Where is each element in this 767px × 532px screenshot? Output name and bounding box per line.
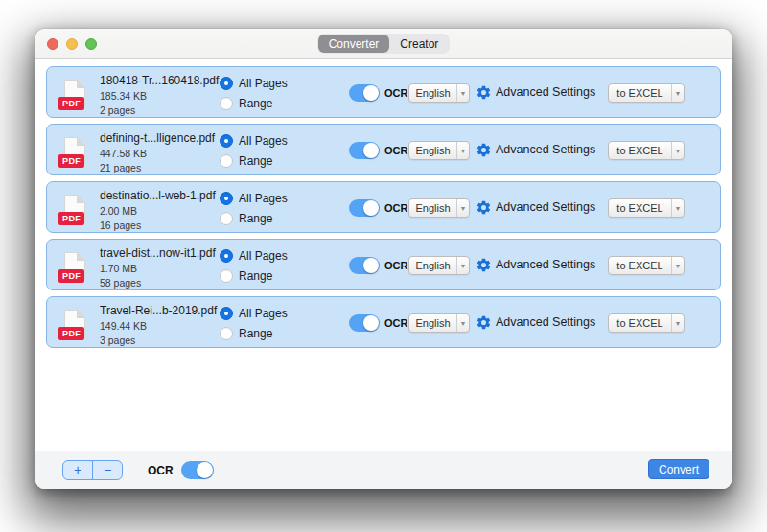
language-value: English (409, 142, 456, 159)
range-radio[interactable]: Range (220, 153, 288, 168)
ocr-toggle[interactable] (349, 84, 380, 102)
chevron-down-icon: ▼ (456, 314, 469, 332)
range-radio[interactable]: Range (220, 326, 288, 340)
ocr-toggle[interactable] (349, 142, 380, 159)
language-value: English (409, 84, 456, 102)
add-file-button[interactable]: + (63, 461, 92, 479)
pdf-badge: PDF (58, 327, 84, 340)
chevron-down-icon: ▼ (671, 199, 684, 217)
all-pages-radio[interactable]: All Pages (220, 191, 288, 205)
gear-icon[interactable] (476, 84, 492, 101)
file-pages: 3 pages (100, 334, 215, 347)
file-info: 180418-Tr...160418.pdf 185.34 KB 2 pages (100, 73, 215, 117)
range-label: Range (239, 212, 272, 225)
language-select[interactable]: English ▼ (408, 313, 470, 333)
language-value: English (409, 257, 456, 274)
ocr-toggle[interactable] (349, 257, 380, 274)
language-select[interactable]: English ▼ (408, 198, 470, 218)
ocr-label: OCR (384, 145, 407, 156)
all-pages-label: All Pages (239, 249, 288, 263)
pdf-fold-corner (77, 137, 85, 146)
pdf-file-icon: PDF (58, 252, 93, 285)
file-info: defining-t...lligence.pdf 447.58 KB 21 p… (100, 130, 215, 174)
convert-button[interactable]: Convert (648, 459, 709, 479)
output-format-select[interactable]: to EXCEL ▼ (608, 256, 685, 275)
ocr-label: OCR (384, 202, 407, 214)
language-value: English (409, 314, 456, 332)
page-mode-group: All Pages Range (220, 76, 288, 110)
pdf-fold-corner (77, 252, 85, 261)
radio-unselected-icon[interactable] (220, 269, 233, 283)
advanced-settings-label[interactable]: Advanced Settings (496, 315, 595, 329)
file-info: travel-dist...now-it1.pdf 1.70 MB 58 pag… (100, 245, 215, 289)
pdf-file-icon: PDF (58, 137, 93, 170)
output-format-select[interactable]: to EXCEL ▼ (608, 141, 685, 160)
chevron-down-icon: ▼ (671, 257, 684, 274)
radio-selected-icon[interactable] (220, 77, 233, 90)
all-pages-radio[interactable]: All Pages (220, 76, 288, 90)
radio-unselected-icon[interactable] (220, 327, 233, 340)
output-format-select[interactable]: to EXCEL ▼ (608, 198, 685, 218)
ocr-toggle[interactable] (349, 199, 380, 217)
range-radio[interactable]: Range (220, 211, 288, 225)
file-name: defining-t...lligence.pdf (100, 130, 215, 146)
toggle-knob (197, 462, 213, 478)
gear-icon[interactable] (476, 199, 492, 216)
radio-selected-icon[interactable] (220, 192, 233, 205)
radio-selected-icon[interactable] (220, 134, 233, 148)
gear-icon[interactable] (476, 314, 492, 331)
tab-creator[interactable]: Creator (389, 35, 449, 53)
radio-selected-icon[interactable] (220, 307, 233, 320)
title-bar: Converter Creator (35, 29, 732, 59)
gear-icon[interactable] (476, 257, 492, 273)
all-pages-radio[interactable]: All Pages (220, 306, 288, 320)
output-format-value: to EXCEL (609, 257, 671, 274)
minimize-button[interactable] (66, 38, 78, 50)
chevron-down-icon: ▼ (671, 314, 684, 332)
pdf-badge: PDF (58, 154, 84, 168)
advanced-settings-label[interactable]: Advanced Settings (496, 258, 595, 271)
radio-selected-icon[interactable] (220, 249, 233, 263)
all-pages-label: All Pages (239, 77, 288, 90)
file-pages: 21 pages (100, 161, 215, 174)
global-ocr-label: OCR (148, 464, 174, 477)
file-list-area: PDF 180418-Tr...160418.pdf 185.34 KB 2 p… (35, 59, 732, 451)
ocr-label: OCR (384, 317, 407, 329)
file-info: destinatio...l-web-1.pdf 2.00 MB 16 page… (100, 188, 215, 232)
range-radio[interactable]: Range (220, 268, 288, 283)
output-format-value: to EXCEL (609, 199, 671, 217)
radio-unselected-icon[interactable] (220, 212, 233, 225)
ocr-toggle[interactable] (349, 314, 380, 332)
language-select[interactable]: English ▼ (408, 83, 470, 103)
file-list: PDF 180418-Tr...160418.pdf 185.34 KB 2 p… (35, 59, 732, 348)
pdf-fold-corner (77, 195, 85, 203)
toggle-knob (363, 258, 379, 273)
advanced-settings-label[interactable]: Advanced Settings (496, 200, 595, 214)
all-pages-radio[interactable]: All Pages (220, 248, 288, 263)
advanced-settings-label[interactable]: Advanced Settings (496, 85, 595, 99)
radio-unselected-icon[interactable] (220, 154, 233, 168)
all-pages-label: All Pages (239, 192, 288, 205)
close-button[interactable] (47, 38, 58, 50)
output-format-select[interactable]: to EXCEL ▼ (608, 83, 685, 103)
range-radio[interactable]: Range (220, 96, 288, 110)
file-name: destinatio...l-web-1.pdf (100, 188, 215, 203)
output-format-select[interactable]: to EXCEL ▼ (608, 313, 685, 333)
gear-icon[interactable] (476, 142, 492, 158)
radio-unselected-icon[interactable] (220, 97, 233, 110)
all-pages-radio[interactable]: All Pages (220, 133, 288, 148)
file-row: PDF Travel-Rei...b-2019.pdf 149.44 KB 3 … (46, 296, 721, 348)
file-size: 1.70 MB (100, 262, 215, 275)
toggle-knob (363, 143, 379, 158)
zoom-button[interactable] (85, 38, 97, 50)
file-row: PDF travel-dist...now-it1.pdf 1.70 MB 58… (46, 239, 721, 290)
tab-converter[interactable]: Converter (318, 35, 390, 53)
language-select[interactable]: English ▼ (408, 141, 470, 160)
language-select[interactable]: English ▼ (408, 256, 470, 275)
file-size: 185.34 KB (100, 89, 215, 103)
remove-file-button[interactable]: − (92, 461, 122, 479)
toggle-knob (363, 85, 379, 101)
advanced-settings-label[interactable]: Advanced Settings (496, 143, 595, 156)
pdf-file-icon: PDF (58, 195, 93, 227)
global-ocr-toggle[interactable] (181, 461, 214, 479)
